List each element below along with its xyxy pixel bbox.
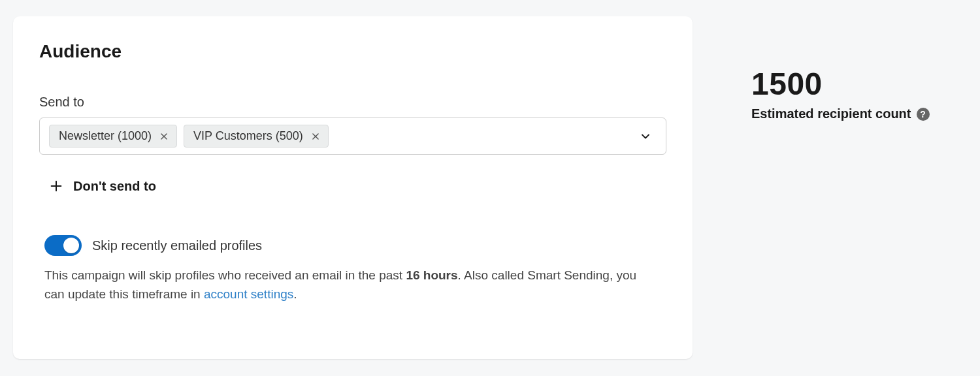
selected-chips: Newsletter (1000) VIP Customers (500) (49, 125, 329, 148)
send-to-label: Send to (39, 95, 666, 110)
segment-chip: Newsletter (1000) (49, 125, 177, 148)
skip-toggle[interactable] (44, 235, 82, 256)
description-text: This campaign will skip profiles who rec… (44, 268, 406, 282)
chevron-down-icon[interactable] (638, 129, 653, 144)
segment-chip-label: Newsletter (1000) (59, 129, 152, 143)
close-icon[interactable] (310, 131, 321, 142)
send-to-select[interactable]: Newsletter (1000) VIP Customers (500) (39, 118, 666, 155)
recipient-count-value: 1500 (751, 69, 930, 100)
recipient-summary: 1500 Estimated recipient count ? (751, 16, 930, 359)
plus-icon (48, 178, 64, 194)
description-text: . (293, 287, 297, 301)
skip-toggle-row: Skip recently emailed profiles (44, 235, 666, 256)
segment-chip-label: VIP Customers (500) (193, 129, 303, 143)
help-icon[interactable]: ? (917, 108, 930, 121)
dont-send-to-button[interactable]: Don't send to (48, 178, 156, 194)
segment-chip: VIP Customers (500) (184, 125, 329, 148)
dont-send-to-label: Don't send to (73, 179, 156, 194)
skip-toggle-label: Skip recently emailed profiles (92, 238, 262, 253)
audience-card: Audience Send to Newsletter (1000) VIP C… (13, 16, 693, 359)
recipient-count-label: Estimated recipient count (751, 106, 911, 121)
skip-description: This campaign will skip profiles who rec… (44, 266, 659, 304)
toggle-knob (63, 238, 79, 253)
description-timeframe: 16 hours (406, 268, 457, 282)
account-settings-link[interactable]: account settings (204, 287, 293, 301)
audience-title: Audience (39, 41, 666, 62)
close-icon[interactable] (158, 131, 170, 142)
